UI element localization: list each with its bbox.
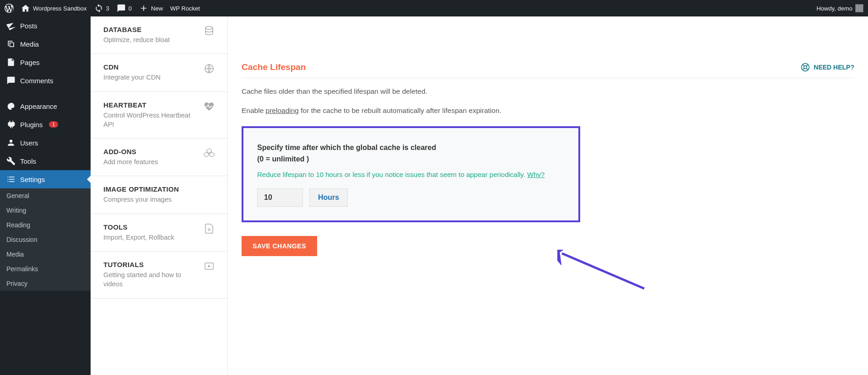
menu-tools[interactable]: Tools	[0, 152, 91, 170]
updates-link[interactable]: 3	[94, 4, 109, 13]
why-link[interactable]: Why?	[527, 171, 545, 178]
svg-line-6	[562, 253, 644, 289]
menu-appearance[interactable]: Appearance	[0, 97, 91, 115]
svg-point-2	[208, 229, 210, 230]
globe-icon	[204, 63, 215, 74]
menu-plugins[interactable]: Plugins 1	[0, 115, 91, 134]
tip-text: Reduce lifespan to 10 hours or less if y…	[257, 171, 565, 178]
comments-count: 0	[129, 5, 132, 12]
file-gear-icon	[204, 223, 215, 234]
section-title: Cache Lifespan	[242, 62, 306, 72]
submenu-permalinks[interactable]: Permalinks	[0, 262, 91, 276]
need-help-link[interactable]: NEED HELP?	[801, 63, 854, 72]
comments-link[interactable]: 0	[117, 4, 132, 13]
menu-posts[interactable]: Posts	[0, 16, 91, 35]
menu-pages[interactable]: Pages	[0, 53, 91, 71]
preloading-link[interactable]: preloading	[266, 107, 299, 114]
home-link[interactable]: Wordpress Sandbox	[21, 4, 87, 13]
svg-point-4	[802, 64, 809, 71]
svg-point-0	[205, 27, 213, 29]
desc-2: Enable preloading for the cache to be re…	[242, 105, 854, 117]
site-name: Wordpress Sandbox	[33, 5, 87, 12]
main-content: Cache Lifespan NEED HELP? Cache files ol…	[228, 16, 868, 375]
menu-settings[interactable]: Settings	[0, 170, 91, 188]
lifespan-input[interactable]	[257, 188, 303, 207]
wp-admin-sidebar: Posts Media Pages Comments Appearance Pl…	[0, 16, 91, 375]
howdy-link[interactable]: Howdy, demo	[816, 4, 863, 12]
database-icon	[204, 26, 215, 37]
submenu-reading[interactable]: Reading	[0, 218, 91, 232]
desc-1: Cache files older than the specified lif…	[242, 86, 854, 97]
new-label: New	[151, 5, 163, 12]
menu-comments[interactable]: Comments	[0, 71, 91, 90]
menu-media[interactable]: Media	[0, 35, 91, 53]
arrow-annotation-icon	[557, 250, 649, 295]
lifespan-box: Specify time after which the global cach…	[242, 126, 580, 222]
submenu-privacy[interactable]: Privacy	[0, 276, 91, 291]
nav-database[interactable]: DATABASE Optimize, reduce bloat	[91, 16, 227, 54]
heartbeat-icon	[204, 101, 215, 112]
menu-users[interactable]: Users	[0, 134, 91, 152]
lifespan-unit-select[interactable]: Hours	[309, 188, 348, 207]
wprocket-link[interactable]: WP Rocket	[170, 5, 200, 12]
nav-heartbeat[interactable]: HEARTBEAT Control WordPress Heartbeat AP…	[91, 92, 227, 139]
updates-count: 3	[106, 5, 109, 12]
submenu-general[interactable]: General	[0, 188, 91, 203]
settings-nav: DATABASE Optimize, reduce bloat CDN Inte…	[91, 16, 228, 375]
box-heading-1: Specify time after which the global cach…	[257, 142, 565, 154]
submenu-writing[interactable]: Writing	[0, 203, 91, 218]
save-changes-button[interactable]: SAVE CHANGES	[242, 236, 317, 256]
video-icon	[204, 261, 215, 272]
nav-addons[interactable]: ADD-ONS Add more features	[91, 139, 227, 176]
submenu-media[interactable]: Media	[0, 247, 91, 262]
box-heading-2: (0 = unlimited )	[257, 153, 565, 165]
nav-tutorials[interactable]: TUTORIALS Getting started and how to vid…	[91, 252, 227, 299]
submenu-discussion[interactable]: Discussion	[0, 232, 91, 247]
nav-cdn[interactable]: CDN Integrate your CDN	[91, 54, 227, 91]
plugins-badge: 1	[49, 121, 58, 128]
howdy-text: Howdy, demo	[816, 5, 852, 12]
admin-bar: Wordpress Sandbox 3 0 New WP Rocket Howd…	[0, 0, 868, 16]
svg-point-5	[804, 66, 807, 69]
blocks-icon	[204, 148, 215, 159]
avatar-icon	[855, 4, 863, 12]
help-icon	[801, 63, 810, 72]
nav-imageopt[interactable]: IMAGE OPTIMIZATION Compress your images	[91, 176, 227, 214]
new-link[interactable]: New	[139, 4, 163, 13]
wp-logo[interactable]	[5, 4, 14, 13]
nav-tools[interactable]: TOOLS Import, Export, Rollback	[91, 214, 227, 252]
